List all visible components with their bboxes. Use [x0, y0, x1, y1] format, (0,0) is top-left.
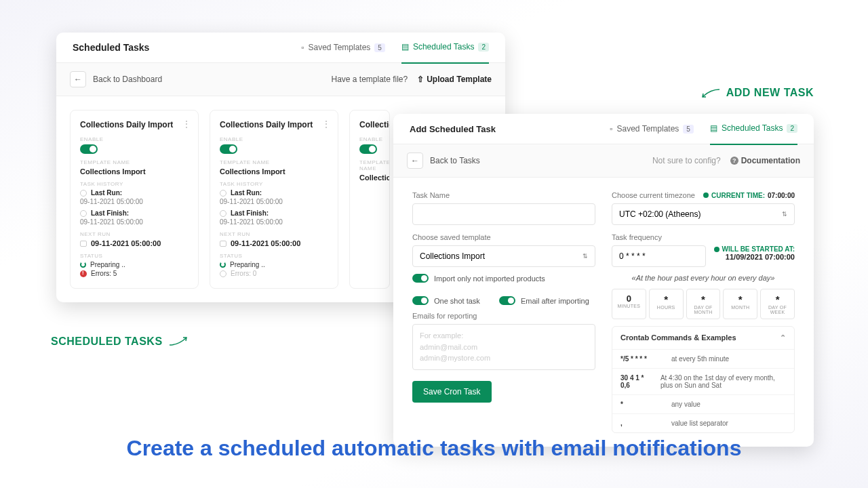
cron-day-of-week[interactable]: *DAY OF WEEK [760, 289, 795, 319]
enable-label: ENABLE [359, 136, 380, 142]
status-preparing: Preparing .. [230, 261, 265, 268]
upload-template-button[interactable]: ⇧ Upload Template [417, 75, 492, 84]
last-run-label: Last Run: [231, 189, 262, 197]
chevron-up-icon: ⌃ [780, 333, 786, 342]
task-name-input[interactable] [412, 203, 595, 225]
enable-toggle[interactable] [80, 144, 98, 154]
email-after-toggle[interactable] [499, 296, 515, 305]
back-label: Back to Tasks [430, 156, 480, 165]
documentation-link[interactable]: ? Documentation [730, 156, 800, 165]
form-left-column: Task Name Choose saved template Collecti… [412, 191, 595, 433]
not-sure-text: Not sure to config? [652, 156, 721, 165]
upload-template-area: Have a template file? ⇧ Upload Template [331, 75, 492, 84]
back-to-dashboard-button[interactable]: ← Back to Dashboard [70, 71, 162, 87]
template-name-value: Collections Import [220, 167, 328, 176]
cron-minutes[interactable]: 0MINUTES [612, 289, 646, 319]
emails-textarea[interactable]: For example: admin@mail.com admin@mystor… [412, 324, 595, 370]
cron-expr: * [620, 401, 658, 408]
enable-toggle[interactable] [359, 144, 377, 154]
status-label: STATUS [80, 253, 189, 259]
accordion-title: Crontab Commands & Examples [620, 333, 736, 342]
more-icon[interactable]: ⋮ [321, 119, 331, 129]
accordion-header[interactable]: Crontab Commands & Examples ⌃ [612, 327, 794, 349]
add-task-panel: Add Scheduled Task ▫ Saved Templates 5 ▤… [393, 114, 814, 447]
panel2-title: Add Scheduled Task [410, 124, 496, 134]
crontab-example-row: ,value list separator [612, 413, 794, 432]
scheduled-tasks-callout: SCHEDULED TASKS [51, 336, 189, 348]
callout-text: SCHEDULED TASKS [51, 336, 163, 348]
cron-month[interactable]: *MONTH [723, 289, 757, 319]
enable-label: ENABLE [80, 136, 189, 142]
bookmark-icon: ▫ [301, 43, 304, 52]
panel1-subheader: ← Back to Dashboard Have a template file… [56, 63, 505, 96]
bookmark-icon: ▫ [610, 124, 612, 134]
save-cron-task-button[interactable]: Save Cron Task [412, 381, 492, 403]
one-shot-toggle-row: One shot task [412, 296, 480, 305]
cron-unit: MINUTES [612, 304, 646, 308]
tab-saved-templates[interactable]: ▫ Saved Templates 5 [301, 42, 385, 64]
panel2-subheader: ← Back to Tasks Not sure to config? ? Do… [393, 144, 814, 178]
next-run-value: 09-11-2021 05:00:00 [231, 239, 300, 247]
cron-desc: any value [671, 401, 701, 408]
clock-icon [80, 190, 87, 197]
tab-scheduled-tasks[interactable]: ▤ Scheduled Tasks 2 [710, 123, 797, 145]
headline: Create a scheduled automatic tasks with … [0, 436, 868, 461]
import-only-toggle[interactable] [412, 274, 429, 283]
card-title: Collections Daily Import [80, 120, 189, 129]
error-icon [80, 270, 87, 277]
current-time-label: CURRENT TIME: [711, 192, 765, 199]
chevron-down-icon: ⇅ [782, 211, 787, 218]
clock-icon [220, 210, 226, 217]
back-to-tasks-button[interactable]: ← Back to Tasks [407, 152, 480, 169]
status-errors: Errors: 5 [91, 270, 117, 277]
info-icon [220, 270, 226, 277]
arrow-icon [701, 87, 721, 99]
next-run-label: NEXT RUN [220, 231, 328, 237]
import-only-toggle-row: Import only not imported products [412, 274, 595, 283]
crontab-example-row: *any value [612, 394, 794, 413]
calendar-icon: ▤ [710, 123, 717, 133]
task-name-label: Task Name [412, 191, 595, 199]
cron-hours[interactable]: *HOURS [649, 289, 684, 319]
template-name-label: TEMPLATE NAME [359, 159, 380, 171]
frequency-hint: «At the hour past every hour on every da… [612, 274, 795, 282]
panel2-header: Add Scheduled Task ▫ Saved Templates 5 ▤… [393, 114, 814, 144]
panel1-title: Scheduled Tasks [73, 42, 149, 53]
enable-toggle[interactable] [220, 144, 237, 154]
dot-icon [703, 192, 709, 198]
form-body: Task Name Choose saved template Collecti… [393, 178, 814, 447]
cron-value: 0 [612, 293, 646, 304]
cron-day-of-month[interactable]: *DAY OF MONTH [686, 289, 721, 319]
current-time-meta: CURRENT TIME: 07:00:00 [703, 192, 795, 199]
back-label: Back to Dashboard [93, 75, 162, 84]
timezone-label: Choose current timezone [612, 191, 695, 199]
one-shot-toggle[interactable] [412, 296, 429, 305]
one-shot-label: One shot task [434, 297, 480, 305]
template-select[interactable]: Collections Import ⇅ [412, 245, 595, 267]
frequency-input[interactable] [612, 245, 706, 267]
spinner-icon [80, 262, 86, 268]
emails-label: Emails for reporting [412, 312, 595, 320]
upload-icon: ⇧ [417, 75, 424, 84]
task-card: ⋮ Collections Daily Import ENABLE TEMPLA… [210, 110, 338, 289]
crontab-example-row: */5 * * * *at every 5th minute [612, 349, 794, 368]
timezone-select[interactable]: UTC +02:00 (Atheens) ⇅ [612, 203, 795, 225]
clock-icon [80, 210, 87, 217]
tab-scheduled-tasks[interactable]: ▤ Scheduled Tasks 2 [401, 42, 489, 64]
documentation-area: Not sure to config? ? Documentation [652, 156, 800, 165]
cron-value: * [687, 293, 720, 305]
add-new-task-callout: ADD NEW TASK [701, 87, 814, 99]
more-icon[interactable]: ⋮ [182, 119, 191, 129]
cron-unit: HOURS [650, 305, 683, 310]
panel2-tabs: ▫ Saved Templates 5 ▤ Scheduled Tasks 2 [610, 123, 797, 134]
cron-desc: at every 5th minute [671, 355, 729, 363]
tab-saved-templates[interactable]: ▫ Saved Templates 5 [610, 123, 694, 145]
arrow-left-icon: ← [70, 71, 86, 87]
start-value: 11/09/2021 07:00:00 [714, 253, 795, 261]
cron-expr: , [620, 420, 658, 427]
tab-label: Saved Templates [617, 124, 679, 134]
start-label: WILL BE STARTED AT: [722, 245, 795, 253]
help-icon: ? [730, 157, 738, 165]
calendar-icon: ▤ [401, 42, 409, 52]
dot-icon [714, 247, 719, 252]
